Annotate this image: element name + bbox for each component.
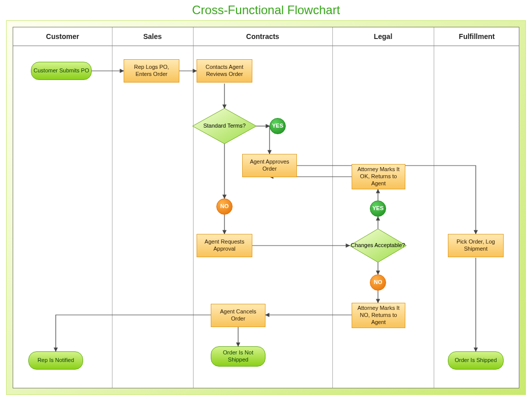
no-badge: NO <box>370 274 386 291</box>
connectors <box>13 27 520 389</box>
process-rep-logs: Rep Logs PO, Enters Order <box>124 59 179 83</box>
chart-title: Cross-Functional Flowchart <box>0 3 532 17</box>
terminator-customer-submits: Customer Submits PO <box>31 62 92 80</box>
decision-changes-acceptable: Changes Acceptable? <box>350 229 406 262</box>
terminator-order-shipped: Order Is Shipped <box>448 351 504 370</box>
chart-frame: Customer Sales Contracts Legal Fulfillme… <box>6 20 526 395</box>
header-divider <box>13 46 519 46</box>
lane-header-fulfillment: Fulfillment <box>434 27 520 46</box>
lane-divider <box>112 27 112 388</box>
lane-divider <box>193 27 194 388</box>
process-pick-order: Pick Order, Log Shipment <box>448 234 504 257</box>
yes-badge: YES <box>270 118 286 134</box>
lane-header-customer: Customer <box>13 27 112 46</box>
process-agent-approves: Agent Approves Order <box>242 154 297 177</box>
yes-badge: YES <box>370 201 386 217</box>
decision-label: Standard Terms? <box>203 123 246 130</box>
terminator-rep-notified: Rep Is Notified <box>28 351 83 370</box>
process-agent-cancels: Agent Cancels Order <box>211 304 265 327</box>
lane-header-contracts: Contracts <box>193 27 332 46</box>
lane-header-sales: Sales <box>112 27 193 46</box>
swimlane-container: Customer Sales Contracts Legal Fulfillme… <box>13 27 519 388</box>
process-agent-requests: Agent Requests Approval <box>197 234 252 257</box>
lane-divider <box>332 27 333 388</box>
decision-label: Changes Acceptable? <box>351 242 405 249</box>
process-attorney-no: Attorney Marks It NO, Returns to Agent <box>352 303 405 328</box>
process-contacts-agent: Contacts Agent Reviews Order <box>197 59 252 83</box>
terminator-not-shipped: Order Is Not Shipped <box>211 346 265 367</box>
decision-standard-terms: Standard Terms? <box>193 108 256 144</box>
lane-header-legal: Legal <box>332 27 434 46</box>
no-badge: NO <box>216 198 233 215</box>
lane-divider <box>434 27 434 388</box>
process-attorney-ok: Attorney Marks It OK, Returns to Agent <box>352 164 405 189</box>
